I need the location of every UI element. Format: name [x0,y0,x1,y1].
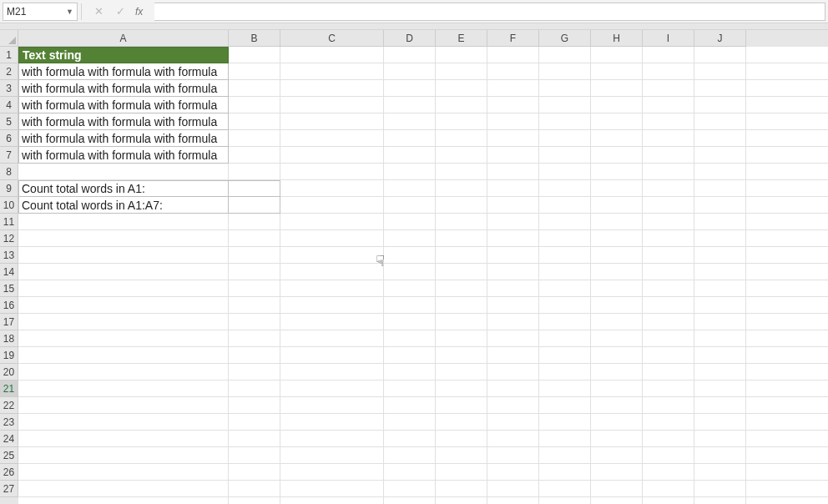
row-header-11[interactable]: 11 [0,214,18,230]
gridline-h [18,431,828,447]
gridline-h [18,364,828,381]
grid-body[interactable]: Text stringwith formula with formula wit… [18,47,828,504]
cell-A4[interactable]: with formula with formula with formula [18,97,229,113]
spreadsheet: 1234567891011121314151617181920212223242… [0,30,828,504]
gridline-h [18,330,828,347]
row-header-5[interactable]: 5 [0,113,18,130]
row-header-9[interactable]: 9 [0,180,18,197]
row-header-13[interactable]: 13 [0,247,18,264]
col-header-H[interactable]: H [591,30,643,47]
col-header-F[interactable]: F [487,30,539,47]
cell-B9[interactable] [229,180,280,197]
gridline-h [18,381,828,397]
col-header-B[interactable]: B [229,30,280,47]
row-header-27[interactable]: 27 [0,481,18,497]
spacer-bar [0,23,828,30]
gridline-h [18,230,828,247]
col-header-G[interactable]: G [539,30,591,47]
row-header-19[interactable]: 19 [0,347,18,364]
row-header-6[interactable]: 6 [0,130,18,147]
name-box-value: M21 [7,6,26,18]
gridline-h [18,264,828,280]
divider [81,3,82,20]
row-header-8[interactable]: 8 [0,164,18,180]
row-headers: 1234567891011121314151617181920212223242… [0,30,18,504]
cell-A3[interactable]: with formula with formula with formula [18,80,229,97]
cell-B10[interactable] [229,197,280,214]
row-header-3[interactable]: 3 [0,80,18,97]
cell-A6[interactable]: with formula with formula with formula [18,130,229,147]
row-header-7[interactable]: 7 [0,147,18,164]
row-header-2[interactable]: 2 [0,63,18,80]
row-header-22[interactable]: 22 [0,397,18,414]
row-header-26[interactable]: 26 [0,464,18,481]
gridline-h [18,347,828,364]
cell-A9[interactable]: Count total words in A1: [18,180,229,197]
formula-bar-buttons: ✕ ✓ fx [85,5,149,18]
name-box[interactable]: M21 ▼ [3,3,78,21]
gridline-h [18,214,828,230]
col-header-D[interactable]: D [384,30,436,47]
row-header-15[interactable]: 15 [0,280,18,297]
row-header-23[interactable]: 23 [0,414,18,431]
fx-icon[interactable]: fx [135,6,143,18]
row-header-1[interactable]: 1 [0,47,18,63]
row-header-14[interactable]: 14 [0,264,18,280]
column-headers: ABCDEFGHIJ [18,30,828,47]
col-header-C[interactable]: C [280,30,384,47]
gridline-h [18,280,828,297]
grid: ABCDEFGHIJ Text stringwith formula with … [18,30,828,504]
row-header-16[interactable]: 16 [0,297,18,314]
row-header-25[interactable]: 25 [0,447,18,464]
gridline-h [18,297,828,314]
cell-A1[interactable]: Text string [18,47,229,63]
row-header-20[interactable]: 20 [0,364,18,381]
gridline-h [18,247,828,264]
cell-A10[interactable]: Count total words in A1:A7: [18,197,229,214]
col-header-J[interactable]: J [694,30,746,47]
accept-icon[interactable]: ✓ [114,5,127,18]
row-header-18[interactable]: 18 [0,330,18,347]
row-header-24[interactable]: 24 [0,431,18,447]
row-header-10[interactable]: 10 [0,197,18,214]
cancel-icon[interactable]: ✕ [92,5,105,18]
row-header-4[interactable]: 4 [0,97,18,113]
formula-input[interactable] [154,3,825,21]
row-header-12[interactable]: 12 [0,230,18,247]
gridline-h [18,464,828,481]
gridline-h [18,314,828,330]
gridline-h [18,481,828,497]
col-header-I[interactable]: I [643,30,694,47]
select-all-corner[interactable] [0,30,18,47]
cell-A2[interactable]: with formula with formula with formula [18,63,229,80]
col-header-E[interactable]: E [436,30,487,47]
cell-A5[interactable]: with formula with formula with formula [18,113,229,130]
col-header-A[interactable]: A [18,30,229,47]
row-header-21[interactable]: 21 [0,381,18,397]
row-header-17[interactable]: 17 [0,314,18,330]
gridline-h [18,397,828,414]
gridline-h [18,447,828,464]
formula-bar: M21 ▼ ✕ ✓ fx [0,0,828,23]
gridline-h [18,414,828,431]
gridline-h [18,164,828,180]
cell-A7[interactable]: with formula with formula with formula [18,147,229,164]
name-box-dropdown-icon[interactable]: ▼ [66,8,73,16]
